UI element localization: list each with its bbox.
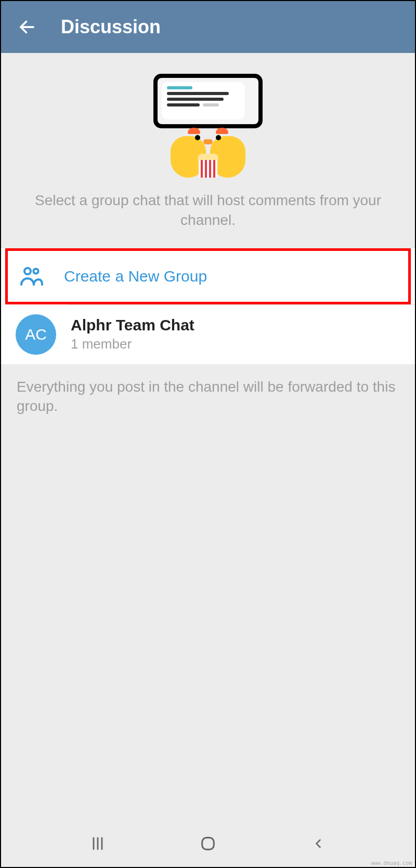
home-button[interactable] xyxy=(192,828,224,859)
group-chat-row[interactable]: AC Alphr Team Chat 1 member xyxy=(1,305,415,364)
arrow-left-icon xyxy=(18,18,36,36)
list-section: Create a New Group AC Alphr Team Chat 1 … xyxy=(1,248,415,364)
chevron-left-icon xyxy=(311,836,326,851)
phone-icon xyxy=(153,74,263,128)
android-nav-bar xyxy=(1,820,415,867)
content-area: Select a group chat that will host comme… xyxy=(1,53,415,429)
create-new-group-button[interactable]: Create a New Group xyxy=(8,251,408,302)
footer-note: Everything you post in the channel will … xyxy=(1,364,415,430)
illustration xyxy=(1,74,415,178)
recent-apps-icon xyxy=(89,835,106,852)
svg-point-1 xyxy=(24,268,31,274)
page-title: Discussion xyxy=(61,16,161,38)
recent-apps-button[interactable] xyxy=(82,828,113,859)
create-group-label: Create a New Group xyxy=(64,268,207,285)
watermark: www.deuaq.com xyxy=(371,860,412,866)
home-icon xyxy=(199,835,217,852)
popcorn-icon xyxy=(199,156,217,178)
back-button[interactable] xyxy=(17,17,37,37)
people-icon xyxy=(19,264,44,289)
description-text: Select a group chat that will host comme… xyxy=(1,191,415,230)
highlight-annotation: Create a New Group xyxy=(5,248,411,304)
app-header: Discussion xyxy=(1,1,415,53)
chat-name: Alphr Team Chat xyxy=(71,316,194,334)
svg-rect-6 xyxy=(202,838,214,850)
back-nav-button[interactable] xyxy=(303,828,334,859)
avatar: AC xyxy=(16,314,56,355)
svg-point-2 xyxy=(33,269,38,273)
chat-members: 1 member xyxy=(71,336,194,352)
